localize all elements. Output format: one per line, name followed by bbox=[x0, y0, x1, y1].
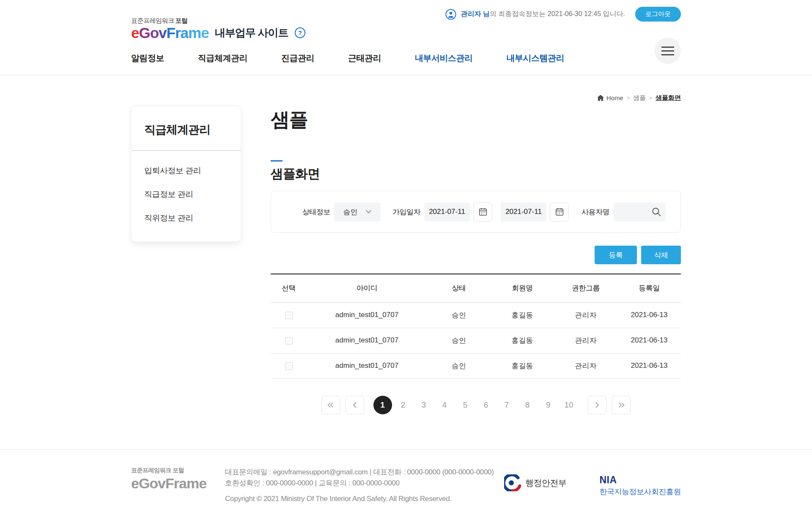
table-row: admin_test01_0707승인홍길동관리자2021-06-13 bbox=[271, 353, 681, 378]
cell-id: admin_test01_0707 bbox=[307, 328, 427, 353]
page-number-2[interactable]: 2 bbox=[393, 396, 414, 414]
nia-logo: NIA 한국지능정보사회진흥원 bbox=[600, 474, 681, 497]
pagination-prev-button[interactable] bbox=[346, 396, 364, 414]
portal-label: 표준프레임워크포털 bbox=[131, 17, 306, 25]
pagination-last-button[interactable] bbox=[612, 396, 631, 414]
page-number-7[interactable]: 7 bbox=[497, 396, 517, 414]
nav-item-4[interactable]: 근태관리 bbox=[348, 52, 381, 64]
double-chevron-right-icon bbox=[617, 402, 625, 408]
sidebar-item-2[interactable]: 직급정보 관리 bbox=[144, 189, 228, 200]
cell-status: 승인 bbox=[427, 353, 491, 378]
breadcrumb-item-1[interactable]: 샘플 bbox=[633, 94, 646, 102]
row-checkbox[interactable] bbox=[285, 337, 293, 345]
search-icon[interactable] bbox=[651, 207, 662, 217]
table-row: admin_test01_0707승인홍길동관리자2021-06-13 bbox=[271, 328, 681, 353]
table-header-4: 회원명 bbox=[491, 274, 554, 302]
username-input[interactable] bbox=[613, 203, 666, 222]
delete-button[interactable]: 삭제 bbox=[641, 246, 681, 264]
cell-date: 2021-06-13 bbox=[617, 353, 681, 378]
footer-contact-line2: 호환성확인 : 000-0000-0000 | 교육문의 : 000-0000-… bbox=[225, 478, 494, 489]
cell-group: 관리자 bbox=[554, 353, 617, 378]
mois-label: 행정안전부 bbox=[525, 477, 567, 489]
sidebar-item-1[interactable]: 입퇴사정보 관리 bbox=[144, 165, 228, 176]
hamburger-menu-button[interactable] bbox=[655, 38, 681, 64]
table-body: admin_test01_0707승인홍길동관리자2021-06-13admin… bbox=[271, 302, 681, 378]
page-title: 샘플 bbox=[271, 107, 681, 132]
calendar-from-button[interactable] bbox=[473, 203, 492, 222]
logo-block: 표준프레임워크포털 eGovFrame 내부업무 사이트 ? bbox=[131, 17, 306, 40]
nav-item-6[interactable]: 내부시스템관리 bbox=[507, 52, 565, 64]
nia-subtitle: 한국지능정보사회진흥원 bbox=[600, 487, 681, 497]
egovframe-logo[interactable]: eGovFrame bbox=[131, 25, 209, 40]
page-number-5[interactable]: 5 bbox=[455, 396, 476, 414]
table-header-5: 권한그룹 bbox=[554, 274, 617, 302]
calendar-to-button[interactable] bbox=[550, 203, 569, 222]
status-select[interactable]: 승인 bbox=[334, 203, 381, 222]
cell-status: 승인 bbox=[427, 328, 491, 353]
date-from-input[interactable]: 2021-07-11 bbox=[424, 203, 470, 222]
user-info-bar: 관리자 님의 최종접속정보는 2021-06-30 12:45 입니다. 로그아… bbox=[445, 7, 681, 22]
content: Home >샘플>샘플화면 직급체계관리 입퇴사정보 관리직급정보 관리직위정보… bbox=[131, 75, 681, 449]
user-avatar-icon bbox=[445, 9, 456, 20]
footer-contact-line1: 대표문의메일 : egovframesupport@gmail.com | 대표… bbox=[225, 467, 494, 478]
pagination-next-button[interactable] bbox=[588, 396, 606, 414]
nav-item-3[interactable]: 진급관리 bbox=[281, 52, 314, 64]
page-number-8[interactable]: 8 bbox=[517, 396, 538, 414]
pagination: 12345678910 bbox=[271, 396, 681, 414]
row-checkbox[interactable] bbox=[285, 362, 293, 370]
cell-status: 승인 bbox=[427, 302, 491, 328]
footer-portal-label: 표준프레임워크 포털 bbox=[131, 467, 225, 474]
footer-info: 대표문의메일 : egovframesupport@gmail.com | 대표… bbox=[225, 467, 494, 504]
help-icon[interactable]: ? bbox=[294, 27, 306, 38]
table-header-6: 등록일 bbox=[617, 274, 681, 302]
table-row: admin_test01_0707승인홍길동관리자2021-06-13 bbox=[271, 302, 681, 328]
calendar-icon bbox=[478, 207, 488, 216]
double-chevron-left-icon bbox=[327, 402, 335, 408]
cell-date: 2021-06-13 bbox=[617, 302, 681, 328]
page-number-6[interactable]: 6 bbox=[476, 396, 497, 414]
username-label: 사용자명 bbox=[582, 207, 609, 217]
nav-item-5[interactable]: 내부서비스관리 bbox=[415, 52, 473, 64]
sidebar: 직급체계관리 입퇴사정보 관리직급정보 관리직위정보 관리 bbox=[131, 106, 241, 242]
row-checkbox[interactable] bbox=[285, 312, 293, 319]
logout-button[interactable]: 로그아웃 bbox=[635, 7, 681, 22]
page-number-4[interactable]: 4 bbox=[434, 396, 455, 414]
nav-item-1[interactable]: 알림정보 bbox=[131, 52, 164, 64]
header: 관리자 님의 최종접속정보는 2021-06-30 12:45 입니다. 로그아… bbox=[0, 0, 812, 75]
mois-emblem-icon bbox=[504, 474, 521, 491]
search-panel: 상태정보 승인 가입일자 2021-07-11 bbox=[271, 191, 681, 233]
site-label: 내부업무 사이트 bbox=[215, 26, 288, 40]
page-number-10[interactable]: 10 bbox=[559, 396, 579, 414]
pagination-first-button[interactable] bbox=[321, 396, 340, 414]
register-button[interactable]: 등록 bbox=[595, 246, 637, 264]
page-number-9[interactable]: 9 bbox=[538, 396, 559, 414]
table-header-2: 아이디 bbox=[307, 274, 427, 302]
breadcrumb-item-2[interactable]: 샘플화면 bbox=[656, 94, 681, 102]
date-to-input[interactable]: 2021-07-11 bbox=[501, 203, 546, 222]
nia-name: NIA bbox=[600, 474, 681, 486]
page-number-3[interactable]: 3 bbox=[414, 396, 434, 414]
chevron-right-icon bbox=[594, 402, 600, 408]
status-select-value: 승인 bbox=[343, 207, 358, 217]
table-header: 선택아이디상태회원명권한그룹등록일 bbox=[271, 274, 681, 302]
table-header-1: 선택 bbox=[271, 274, 307, 302]
breadcrumb: Home >샘플>샘플화면 bbox=[131, 75, 681, 102]
footer-copyright: Copyright © 2021 Ministry Of The Interio… bbox=[225, 493, 494, 504]
nav-item-2[interactable]: 직급체계관리 bbox=[198, 52, 247, 64]
sidebar-item-3[interactable]: 직위정보 관리 bbox=[144, 213, 228, 224]
cell-group: 관리자 bbox=[554, 302, 617, 328]
mois-logo: 행정안전부 bbox=[504, 474, 567, 491]
chevron-left-icon bbox=[352, 402, 358, 408]
cell-id: admin_test01_0707 bbox=[307, 353, 427, 378]
user-login-info: 관리자 님의 최종접속정보는 2021-06-30 12:45 입니다. bbox=[461, 10, 625, 19]
action-buttons: 등록 삭제 bbox=[271, 246, 681, 264]
page: 관리자 님의 최종접속정보는 2021-06-30 12:45 입니다. 로그아… bbox=[0, 0, 812, 523]
cell-name: 홍길동 bbox=[491, 328, 554, 353]
calendar-icon bbox=[555, 207, 564, 216]
breadcrumb-home[interactable]: Home bbox=[597, 94, 623, 101]
page-number-1[interactable]: 1 bbox=[373, 396, 392, 414]
table-header-3: 상태 bbox=[427, 274, 491, 302]
user-info-text: 의 최종접속정보는 2021-06-30 12:45 입니다. bbox=[490, 10, 625, 17]
status-label: 상태정보 bbox=[302, 207, 330, 217]
main-nav: 알림정보직급체계관리진급관리근태관리내부서비스관리내부시스템관리 bbox=[131, 52, 564, 64]
